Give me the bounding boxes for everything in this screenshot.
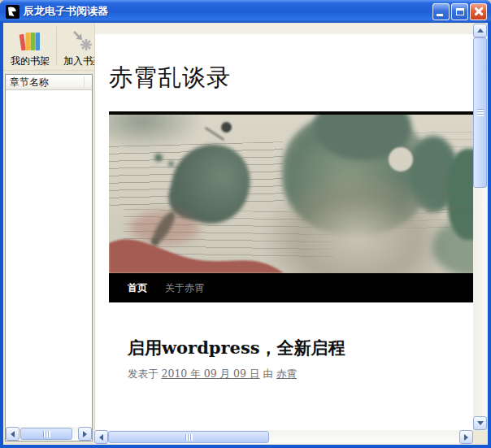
page-top-strip bbox=[95, 24, 473, 34]
banner-art-layer bbox=[109, 228, 284, 273]
banner-art-layer bbox=[168, 161, 174, 167]
content-horizontal-scrollbar[interactable] bbox=[94, 430, 473, 444]
banner-art-layer bbox=[154, 154, 163, 162]
post-meta-by: 由 bbox=[263, 368, 273, 380]
post-title: 启用wordpress，全新启程 bbox=[128, 337, 473, 359]
scroll-right-button[interactable] bbox=[459, 430, 473, 444]
my-bookshelf-button[interactable]: 我的书架 bbox=[7, 24, 54, 68]
chapter-list-header-label: 章节名称 bbox=[10, 76, 49, 89]
minimize-icon bbox=[437, 14, 443, 16]
window-controls bbox=[432, 3, 487, 20]
banner-art-layer bbox=[221, 122, 232, 133]
close-button[interactable] bbox=[470, 3, 487, 20]
scroll-right-button[interactable] bbox=[78, 427, 92, 441]
app-window: 辰龙电子书阅读器 bbox=[0, 0, 491, 448]
add-to-bookshelf-icon bbox=[71, 27, 95, 54]
scroll-left-button[interactable] bbox=[94, 430, 108, 444]
column-divider bbox=[84, 76, 85, 88]
bookshelf-icon bbox=[18, 27, 42, 54]
scroll-grip bbox=[185, 434, 193, 441]
chapter-list[interactable] bbox=[6, 90, 92, 427]
titlebar[interactable]: 辰龙电子书阅读器 bbox=[0, 0, 491, 23]
my-bookshelf-label: 我的书架 bbox=[11, 55, 50, 67]
banner-art-layer bbox=[389, 147, 413, 172]
post-meta-prefix: 发表于 bbox=[128, 368, 159, 380]
scroll-track[interactable] bbox=[473, 37, 487, 416]
maximize-button[interactable] bbox=[451, 3, 468, 20]
chapter-list-panel: 章节名称 bbox=[5, 74, 93, 441]
nav-home-link[interactable]: 首页 bbox=[128, 281, 147, 295]
window-title: 辰龙电子书阅读器 bbox=[24, 4, 432, 19]
window-client-area: 我的书架 加入书架 bbox=[3, 23, 488, 445]
site-nav: 首页 关于赤霄 bbox=[109, 273, 473, 302]
scroll-thumb[interactable] bbox=[473, 37, 487, 188]
scrollbar-corner bbox=[473, 430, 487, 444]
post-date-link[interactable]: 2010 年 09 月 09 日 bbox=[161, 368, 259, 380]
post-author-link[interactable]: 赤霄 bbox=[276, 368, 297, 380]
post-meta: 发表于 2010 年 09 月 09 日 由 赤霄 bbox=[128, 368, 473, 381]
sidebar-horizontal-scrollbar[interactable] bbox=[6, 427, 92, 441]
web-page: 赤霄乱谈录 bbox=[94, 24, 473, 430]
chapter-list-header[interactable]: 章节名称 bbox=[6, 75, 92, 90]
toolbar-separator bbox=[56, 27, 57, 66]
scroll-track[interactable] bbox=[20, 427, 78, 441]
scroll-down-button[interactable] bbox=[473, 416, 487, 430]
minimize-button[interactable] bbox=[432, 3, 450, 20]
scroll-grip bbox=[43, 431, 50, 437]
scroll-left-button[interactable] bbox=[6, 427, 20, 441]
site-title: 赤霄乱谈录 bbox=[109, 62, 473, 94]
reader-view: 赤霄乱谈录 bbox=[94, 24, 487, 444]
maximize-icon bbox=[456, 8, 464, 15]
banner-image bbox=[109, 111, 473, 273]
scroll-track[interactable] bbox=[108, 430, 459, 444]
content-vertical-scrollbar[interactable] bbox=[473, 24, 487, 430]
nav-about-link[interactable]: 关于赤霄 bbox=[165, 281, 204, 295]
scroll-thumb[interactable] bbox=[108, 431, 269, 443]
app-icon bbox=[6, 5, 20, 19]
scroll-grip bbox=[477, 109, 484, 116]
scroll-thumb[interactable] bbox=[20, 428, 72, 440]
scroll-up-button[interactable] bbox=[473, 24, 487, 37]
close-icon bbox=[474, 7, 484, 16]
